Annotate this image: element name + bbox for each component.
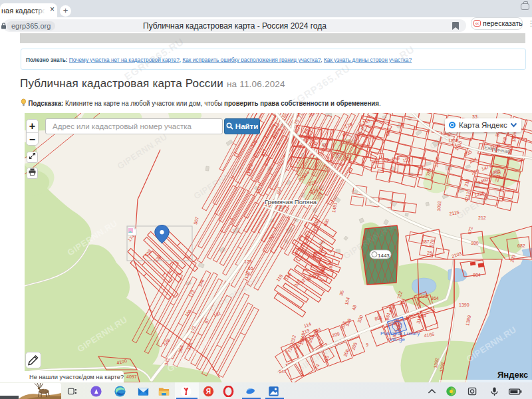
svg-text:984: 984 (473, 273, 481, 277)
svg-text:1092: 1092 (436, 201, 442, 211)
svg-text:1898: 1898 (511, 132, 517, 142)
svg-text:980: 980 (471, 241, 479, 245)
svg-text:223: 223 (420, 294, 428, 299)
svg-text:682: 682 (517, 243, 525, 248)
svg-text:Яндекс: Яндекс (497, 370, 528, 380)
svg-text:29: 29 (384, 158, 389, 162)
svg-text:1443: 1443 (378, 253, 390, 259)
svg-text:Vill..ge: Vill..ge (389, 336, 405, 342)
svg-text:Гремячая Поляна: Гремячая Поляна (265, 198, 317, 205)
svg-text:Я: Я (206, 388, 211, 395)
svg-text:647: 647 (279, 369, 287, 374)
svg-text:212: 212 (478, 215, 486, 220)
svg-text:1390: 1390 (459, 303, 469, 307)
svg-text:123: 123 (244, 259, 252, 264)
svg-text:25: 25 (427, 251, 432, 255)
svg-text:587: 587 (422, 239, 430, 244)
svg-text:4097: 4097 (126, 374, 137, 379)
svg-text:65: 65 (248, 266, 253, 271)
svg-text:41: 41 (321, 142, 327, 148)
svg-text:364: 364 (431, 296, 439, 301)
svg-text:9: 9 (366, 342, 368, 347)
